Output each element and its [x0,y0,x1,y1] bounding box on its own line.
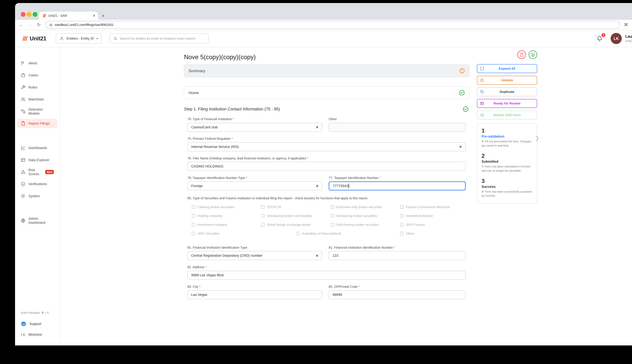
field-78-select[interactable]: Foreign × [187,181,322,190]
notifications-button[interactable]: 4 [596,35,603,42]
sidebar-item-matchlists[interactable]: Matchlists [17,95,57,104]
checkbox-icon[interactable] [261,214,265,218]
checkbox-cpo-cta[interactable]: CPO/CTA [261,205,331,209]
sidebar-item-dashboards[interactable]: Dashboards [17,143,57,153]
checkbox-icon[interactable] [331,205,334,209]
field-77-input[interactable]: 77774543 [329,181,466,190]
field-85-input[interactable] [329,290,466,300]
checkbox-icon[interactable] [400,205,404,209]
field-76-input[interactable] [187,162,466,171]
submit-sar-form-button[interactable]: Submit SAR Form [477,110,537,120]
field-85-value[interactable] [333,293,462,297]
step-description: ✔Form has been successfully accepted by … [482,190,533,198]
ready-for-review-button[interactable]: Ready for Review [477,99,537,108]
flag-icon [21,61,26,66]
back-button[interactable]: ← [19,22,23,27]
checkbox-icon[interactable] [261,205,265,209]
minimize-sidebar-button[interactable]: Minimize [15,330,59,339]
field-79-select[interactable]: Casino/Card club × [187,123,322,132]
sidebar-item-risk-scores[interactable]: Risk Scores New [17,167,57,177]
checkbox-icon[interactable] [192,232,195,236]
checkbox-icon[interactable] [400,214,404,218]
sidebar-item-admin-dashboard[interactable]: Admin Dashboard [17,216,57,226]
checkbox-sro-securities[interactable]: SRO Securities [192,232,296,236]
checkbox-icon[interactable] [192,205,195,209]
entity-type-dropdown[interactable]: Entities - Entity ID ▾ [56,33,102,44]
export-spreadsheet-button[interactable] [529,50,537,59]
checkbox-introducing-broker-commodities[interactable]: Introducing broker-commodities [261,214,331,218]
checkbox-icon[interactable] [296,232,300,236]
browser-tab[interactable]: Unit21 - SAR × [39,12,98,20]
user-info[interactable]: Laura Kassovic Unit21 [625,34,632,43]
sidebar-item-detection-models[interactable]: Detection Models [17,107,57,116]
checkbox-icon[interactable] [331,223,334,226]
clear-icon[interactable]: × [316,184,318,188]
checkbox-execution-only-broker[interactable]: Execution-only broker securities [331,205,400,209]
checkbox-icon[interactable] [400,232,404,236]
field-83-input[interactable] [187,290,322,300]
checkbox-other[interactable]: Other [400,232,470,236]
checkbox-self-clearing-broker[interactable]: Self-clearing broker securities [331,223,400,226]
sidebar-item-report-filings[interactable]: Report Filings [17,119,57,128]
summary-section-header[interactable]: Summary [184,64,470,77]
checkbox-icon[interactable] [400,223,404,226]
validate-button[interactable]: Validate [477,76,537,85]
field-83-value[interactable] [191,293,318,297]
step-submitted: 2 Submitted ⇧Form has been submitted to … [482,152,533,173]
lock-icon [49,23,53,26]
checkbox-icon[interactable] [331,214,334,218]
sidebar-item-cases[interactable]: Cases [17,70,57,80]
checkbox-retail-foreign-exchange-dealer[interactable]: Retail foreign exchange dealer [261,223,331,226]
sidebar-item-verifications[interactable]: Verifications [17,179,57,189]
reload-button[interactable]: ↻ [37,22,41,27]
shortcut-icon[interactable]: ⌘ [624,22,628,27]
checkbox-investment-company[interactable]: Investment company [192,223,261,226]
entity-dropdown-label: Entities - Entity ID [67,36,94,40]
field-other-input[interactable] [329,123,466,132]
sidebar-item-alerts[interactable]: Alerts [17,58,57,68]
checkbox-clearing-broker-securities[interactable]: Clearing broker-securities [192,205,261,209]
duplicate-button[interactable]: Duplicate [477,87,537,96]
zoom-window-button[interactable] [33,12,37,17]
checkbox-sro-futures[interactable]: SRO Futures [400,223,470,226]
field-82-input[interactable] [187,271,466,280]
sidebar-item-system[interactable]: System [17,191,57,201]
expand-all-button[interactable]: Expand All [477,64,537,73]
clear-icon[interactable]: × [459,144,462,149]
field-81-type-select[interactable]: Central Registration Depository (CRD) nu… [187,251,322,260]
export-pdf-button[interactable] [517,50,526,59]
checkbox-holding-company[interactable]: Holding company [192,214,261,218]
table-icon [21,158,26,162]
checkbox-introducing-broker-securities[interactable]: Introducing broker-securities [331,214,400,218]
entity-search-input[interactable] [120,37,205,40]
entity-search[interactable] [110,33,209,44]
logo-text: Unit21 [30,35,46,42]
new-tab-button[interactable]: + [102,13,105,19]
field-82-value[interactable] [191,273,462,277]
minimize-window-button[interactable] [27,12,31,17]
checkbox-investment-adviser[interactable]: Investment Adviser [400,214,470,218]
chevron-right-icon[interactable]: ❯ [535,135,539,141]
step1-section-header[interactable]: Step 1. Filing Institution Contact Infor… [184,106,470,112]
home-section-header[interactable]: Home [184,86,470,99]
support-button[interactable]: Support [15,320,59,328]
field-81-number-input[interactable] [329,251,466,260]
field-76-value[interactable] [191,164,462,168]
clear-icon[interactable]: × [316,125,318,130]
user-avatar[interactable]: LK [611,33,622,44]
checkbox-icon[interactable] [192,223,195,226]
checkbox-icon[interactable] [261,223,265,226]
pdf-file-icon [520,52,524,57]
unit21-logo[interactable]: Unit21 [22,35,46,42]
close-window-button[interactable] [21,12,26,17]
sidebar-item-data-explorer[interactable]: Data Explorer [17,155,57,165]
address-bar[interactable]: sandbox1.unit21.com/filings/sar/9061631 [45,21,620,28]
checkbox-futures-commission-merchant[interactable]: Futures Commission Merchant [400,205,470,209]
checkbox-subsidiary-financial-bank[interactable]: Subsidiary of financial/bank [296,232,400,236]
field-81-number-value[interactable] [333,254,462,258]
tab-close-icon[interactable]: × [93,14,95,18]
sidebar-item-rules[interactable]: Rules [17,82,57,92]
clear-icon[interactable]: × [316,253,318,258]
checkbox-icon[interactable] [192,214,195,218]
field-75-select[interactable]: Internal Revenue Service (IRS) × [187,142,466,151]
